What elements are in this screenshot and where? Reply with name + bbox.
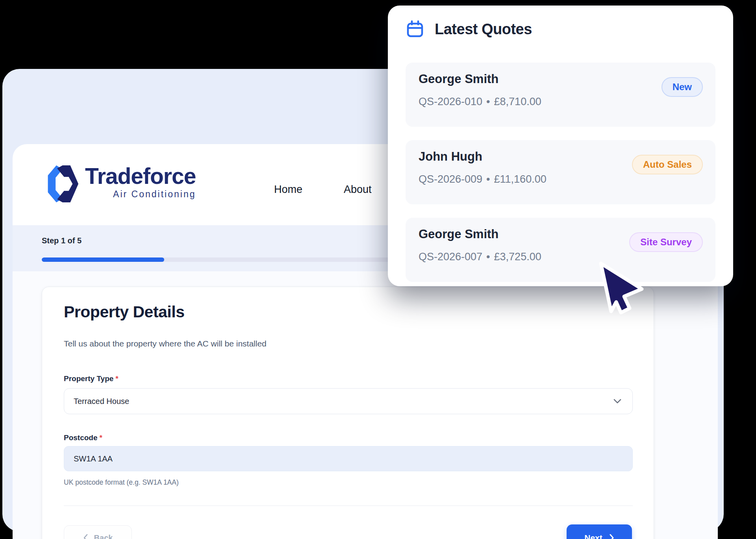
bullet-separator: • <box>486 173 490 185</box>
postcode-label: Postcode* <box>64 433 102 442</box>
chevron-right-icon <box>610 534 614 539</box>
status-badge: New <box>662 77 703 97</box>
nav-item-about[interactable]: About <box>344 183 372 196</box>
quote-amount: £11,160.00 <box>494 173 547 185</box>
brand-name: Tradeforce <box>85 165 196 188</box>
chevron-down-icon <box>613 399 621 404</box>
chevron-left-icon <box>83 534 88 539</box>
postcode-helper-text: UK postcode format (e.g. SW1A 1AA) <box>64 478 179 487</box>
latest-quotes-title: Latest Quotes <box>435 21 532 38</box>
property-type-label: Property Type* <box>64 374 119 383</box>
property-type-label-text: Property Type <box>64 374 113 383</box>
latest-quotes-panel: Latest Quotes George Smith QS-2026-010•£… <box>388 6 733 286</box>
quote-row[interactable]: John Hugh QS-2026-009•£11,160.00 Auto Sa… <box>406 140 715 204</box>
quote-row[interactable]: George Smith QS-2026-010•£8,710.00 New <box>406 63 715 127</box>
quote-reference: QS-2026-010 <box>419 96 482 107</box>
bullet-separator: • <box>486 96 490 107</box>
bullet-separator: • <box>486 251 490 263</box>
brand-logo-icon <box>40 165 79 203</box>
form-divider <box>64 506 633 506</box>
brand-tagline: Air Conditioning <box>113 189 196 200</box>
required-mark: * <box>100 433 102 442</box>
property-type-value: Terraced House <box>74 397 613 406</box>
quote-reference: QS-2026-009 <box>419 173 482 185</box>
brand-logo: Tradeforce Air Conditioning <box>40 165 196 203</box>
next-button-label: Next <box>584 533 602 539</box>
screen: Tradeforce Air Conditioning Home About S… <box>0 0 756 539</box>
calendar-icon <box>406 20 424 39</box>
quote-meta: QS-2026-010•£8,710.00 <box>419 96 541 108</box>
required-mark: * <box>115 374 118 383</box>
main-nav: Home About <box>274 183 372 196</box>
quote-amount: £3,725.00 <box>494 251 541 263</box>
quote-customer-name: George Smith <box>419 72 498 86</box>
quote-reference: QS-2026-007 <box>419 251 482 263</box>
postcode-label-text: Postcode <box>64 433 98 442</box>
next-button[interactable]: Next <box>567 524 632 539</box>
postcode-input[interactable] <box>64 446 633 471</box>
form-subtitle: Tell us about the property where the AC … <box>64 339 267 348</box>
form-title: Property Details <box>64 303 184 321</box>
quote-meta: QS-2026-007•£3,725.00 <box>419 251 541 263</box>
back-button-label: Back <box>94 533 113 539</box>
progress-fill <box>42 257 164 262</box>
quote-meta: QS-2026-009•£11,160.00 <box>419 173 547 185</box>
status-badge: Site Survey <box>629 232 703 252</box>
quote-amount: £8,710.00 <box>494 96 541 107</box>
property-details-card: Property Details Tell us about the prope… <box>42 287 654 539</box>
nav-item-home[interactable]: Home <box>274 183 302 196</box>
step-label: Step 1 of 5 <box>42 236 82 245</box>
status-badge: Auto Sales <box>632 155 703 174</box>
property-type-select[interactable]: Terraced House <box>64 388 633 414</box>
brand-text: Tradeforce Air Conditioning <box>85 165 196 203</box>
back-button[interactable]: Back <box>64 525 132 539</box>
latest-quotes-header: Latest Quotes <box>406 20 532 39</box>
quote-row[interactable]: George Smith QS-2026-007•£3,725.00 Site … <box>406 218 715 282</box>
quote-customer-name: George Smith <box>419 227 498 241</box>
quote-customer-name: John Hugh <box>419 150 482 164</box>
